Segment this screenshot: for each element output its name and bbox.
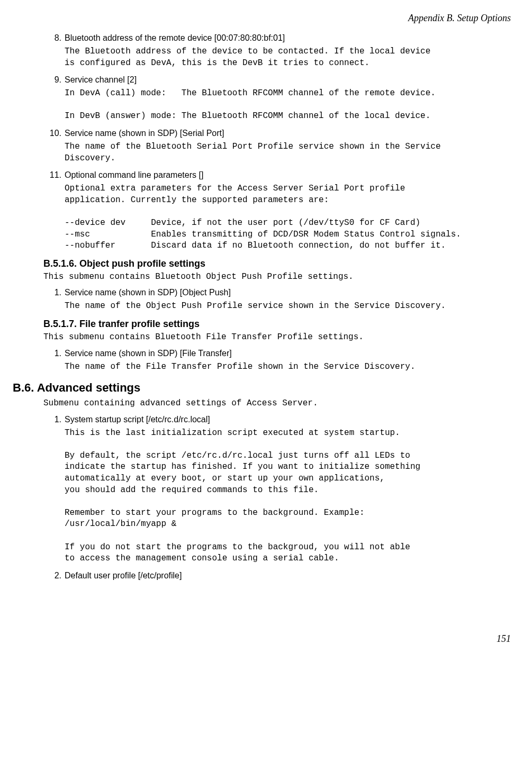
item-number: 11.: [49, 170, 61, 180]
intro-b516: This submenu contains Bluetooth Object P…: [43, 271, 511, 283]
item-label: Optional command line parameters []: [65, 170, 203, 180]
b517-list: 1. Service name (shown in SDP) [File Tra…: [49, 349, 511, 373]
item-number: 8.: [49, 33, 61, 43]
item-body: The name of the Bluetooth Serial Port Pr…: [65, 141, 511, 164]
item-label: Service name (shown in SDP) [Serial Port…: [65, 129, 224, 138]
b516-list: 1. Service name (shown in SDP) [Object P…: [49, 288, 511, 312]
heading-b6: B.6. Advanced settings: [13, 381, 511, 395]
item-label: Service name (shown in SDP) [File Transf…: [65, 349, 232, 358]
item-body: In DevA (call) mode: The Bluetooth RFCOM…: [65, 88, 511, 122]
list-item: 1. System startup script [/etc/rc.d/rc.l…: [49, 415, 511, 565]
item-body: This is the last initialization script e…: [65, 428, 511, 565]
page-number: 151: [13, 633, 511, 645]
page-header: Appendix B. Setup Options: [13, 13, 511, 24]
list-item: 1. Service name (shown in SDP) [Object P…: [49, 288, 511, 312]
intro-b6: Submenu containing advanced settings of …: [43, 398, 511, 410]
item-number: 2.: [49, 571, 61, 580]
b6-list: 1. System startup script [/etc/rc.d/rc.l…: [49, 415, 511, 580]
item-number: 1.: [49, 415, 61, 424]
item-number: 9.: [49, 75, 61, 85]
list-item: 9. Service channel [2] In DevA (call) mo…: [49, 75, 511, 122]
list-item: 1. Service name (shown in SDP) [File Tra…: [49, 349, 511, 373]
heading-b517: B.5.1.7. File tranfer profile settings: [43, 319, 511, 330]
item-body: The name of the Object Push Profile serv…: [65, 301, 511, 312]
list-item: 2. Default user profile [/etc/profile]: [49, 571, 511, 580]
item-body: The name of the File Transfer Profile sh…: [65, 361, 511, 373]
item-label: Default user profile [/etc/profile]: [65, 571, 182, 580]
item-label: Service name (shown in SDP) [Object Push…: [65, 288, 231, 297]
item-number: 10.: [49, 129, 61, 138]
list-item: 10. Service name (shown in SDP) [Serial …: [49, 129, 511, 164]
item-label: System startup script [/etc/rc.d/rc.loca…: [65, 415, 210, 424]
intro-b517: This submenu contains Bluetooth File Tra…: [43, 332, 511, 343]
item-body: The Bluetooth address of the device to b…: [65, 46, 511, 69]
item-number: 1.: [49, 288, 61, 297]
item-body: Optional extra parameters for the Access…: [65, 183, 511, 252]
list-item: 8. Bluetooth address of the remote devic…: [49, 33, 511, 69]
list-item: 11. Optional command line parameters [] …: [49, 170, 511, 252]
item-label: Service channel [2]: [65, 75, 137, 85]
item-label: Bluetooth address of the remote device […: [65, 33, 285, 43]
item-number: 1.: [49, 349, 61, 358]
heading-b516: B.5.1.6. Object push profile settings: [43, 258, 511, 269]
top-list: 8. Bluetooth address of the remote devic…: [49, 33, 511, 252]
